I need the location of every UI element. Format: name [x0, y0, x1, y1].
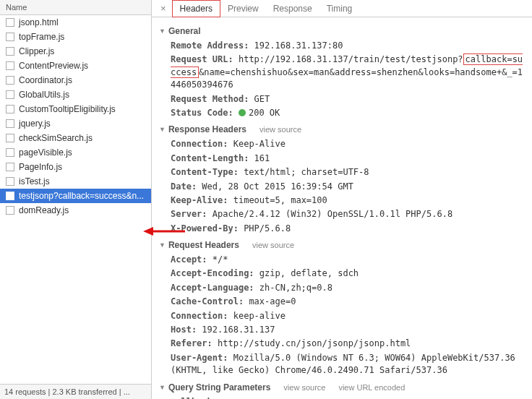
header-value: */*	[207, 254, 228, 265]
request-method-value: GET	[254, 94, 270, 104]
file-item[interactable]: GlobalUtils.js	[0, 87, 151, 102]
view-source-link[interactable]: view source	[252, 241, 294, 249]
header-key: Date:	[171, 181, 197, 192]
header-value: http://study.cn/json/jsonp/jsonp.html	[213, 338, 411, 348]
header-key: Server:	[171, 209, 207, 219]
header-value: Apache/2.4.12 (Win32) OpenSSL/1.0.1l PHP…	[207, 209, 453, 219]
section-general[interactable]: General	[159, 26, 525, 36]
file-item[interactable]: Clipper.js	[0, 44, 151, 59]
section-query-params-label: Query String Parameters	[168, 382, 270, 392]
file-item[interactable]: CustomTooltipEligibility.js	[0, 102, 151, 116]
header-key: Referer:	[171, 338, 213, 348]
file-item[interactable]: testjsonp?callback=success&n...	[0, 189, 151, 203]
status-code-value: 200 OK	[249, 108, 280, 118]
file-item-label: testjsonp?callback=success&n...	[19, 191, 144, 201]
file-item[interactable]: jquery.js	[0, 116, 151, 131]
file-item-label: topFrame.js	[19, 32, 64, 42]
file-icon	[6, 61, 14, 70]
view-source-link[interactable]: view source	[283, 383, 325, 392]
tab-preview[interactable]: Preview	[220, 1, 266, 17]
file-item-label: domReady.js	[19, 205, 69, 215]
header-key: callback:	[171, 397, 218, 399]
tab-response[interactable]: Response	[266, 1, 319, 17]
file-item[interactable]: jsonp.html	[0, 15, 151, 30]
header-key: User-Agent:	[171, 353, 228, 363]
file-icon	[6, 18, 14, 27]
file-item-label: PageInfo.js	[19, 162, 62, 172]
file-list: jsonp.htmltopFrame.jsClipper.jsContentPr…	[0, 15, 151, 384]
header-key: Cache-Control:	[171, 296, 244, 306]
header-key: Content-Type:	[171, 167, 239, 177]
file-icon	[6, 134, 14, 142]
header-value: Wed, 28 Oct 2015 16:39:54 GMT	[197, 181, 353, 192]
section-request-headers[interactable]: Request Headers view source	[159, 240, 525, 250]
file-item[interactable]: isTest.js	[0, 174, 151, 189]
header-key: Content-Length:	[171, 153, 249, 163]
header-key: Accept-Encoding:	[171, 268, 254, 278]
section-response-headers[interactable]: Response Headers view source	[159, 124, 525, 134]
header-value: 161	[249, 153, 270, 163]
file-item-label: GlobalUtils.js	[19, 90, 69, 100]
file-icon	[6, 163, 14, 171]
file-icon	[6, 192, 14, 200]
header-key: Connection:	[171, 139, 228, 149]
section-general-label: General	[168, 26, 201, 36]
header-value: Keep-Alive	[228, 139, 285, 149]
file-item[interactable]: checkSimSearch.js	[0, 131, 151, 145]
header-key: Accept-Language:	[171, 283, 254, 293]
tabs-bar: × HeadersPreviewResponseTiming	[152, 0, 532, 17]
file-item-label: isTest.js	[19, 176, 50, 186]
request-method-key: Request Method:	[171, 94, 249, 104]
network-sidebar: Name jsonp.htmltopFrame.jsClipper.jsCont…	[0, 0, 152, 399]
details-pane: General Remote Address: 192.168.31.137:8…	[152, 17, 532, 399]
file-icon	[6, 76, 14, 85]
header-value: zh-CN,zh;q=0.8	[254, 283, 332, 293]
remote-address-value: 192.168.31.137:80	[254, 40, 343, 51]
file-item-label: Clipper.js	[19, 46, 54, 56]
file-icon	[6, 206, 14, 215]
main-panel: × HeadersPreviewResponseTiming General R…	[152, 0, 532, 399]
section-query-params[interactable]: Query String Parameters view source view…	[159, 382, 525, 392]
file-item[interactable]: Coordinator.js	[0, 73, 151, 87]
header-value: success	[218, 397, 259, 399]
sidebar-header: Name	[0, 0, 151, 15]
view-source-link[interactable]: view source	[259, 125, 301, 134]
file-icon	[6, 47, 14, 56]
remote-address-key: Remote Address:	[171, 40, 249, 51]
file-icon	[6, 105, 14, 113]
header-value: PHP/5.6.8	[239, 223, 291, 233]
section-response-headers-label: Response Headers	[168, 124, 246, 134]
file-item-label: ContentPreview.js	[19, 61, 88, 71]
header-value: timeout=5, max=100	[228, 195, 327, 205]
close-icon[interactable]: ×	[155, 3, 172, 14]
status-code-key: Status Code:	[171, 108, 233, 118]
file-icon	[6, 33, 14, 41]
header-key: Accept:	[171, 254, 207, 265]
tab-headers[interactable]: Headers	[172, 0, 220, 17]
file-item[interactable]: topFrame.js	[0, 30, 151, 44]
view-url-encoded-link[interactable]: view URL encoded	[338, 383, 405, 392]
file-item-label: pageVisible.js	[19, 147, 72, 158]
header-value: text/html; charset=UTF-8	[239, 167, 369, 177]
file-item[interactable]: PageInfo.js	[0, 160, 151, 174]
file-icon	[6, 177, 14, 186]
file-item-label: jquery.js	[19, 119, 51, 129]
file-icon	[6, 90, 14, 99]
header-key: Host:	[171, 325, 197, 335]
header-value: keep-alive	[228, 311, 285, 321]
file-item-label: jsonp.html	[19, 17, 59, 27]
header-value: max-age=0	[244, 296, 296, 306]
file-item[interactable]: domReady.js	[0, 203, 151, 218]
section-request-headers-label: Request Headers	[168, 240, 239, 250]
sidebar-footer: 14 requests | 2.3 KB transferred | ...	[0, 384, 151, 399]
header-key: X-Powered-By:	[171, 223, 239, 233]
header-key: Connection:	[171, 311, 228, 321]
tab-timing[interactable]: Timing	[319, 1, 360, 17]
request-url-key: Request URL:	[171, 54, 233, 64]
header-key: Keep-Alive:	[171, 195, 228, 205]
file-item[interactable]: pageVisible.js	[0, 145, 151, 160]
file-item-label: CustomTooltipEligibility.js	[19, 104, 116, 114]
file-icon	[6, 119, 14, 128]
file-item[interactable]: ContentPreview.js	[0, 59, 151, 73]
file-item-label: checkSimSearch.js	[19, 133, 93, 143]
